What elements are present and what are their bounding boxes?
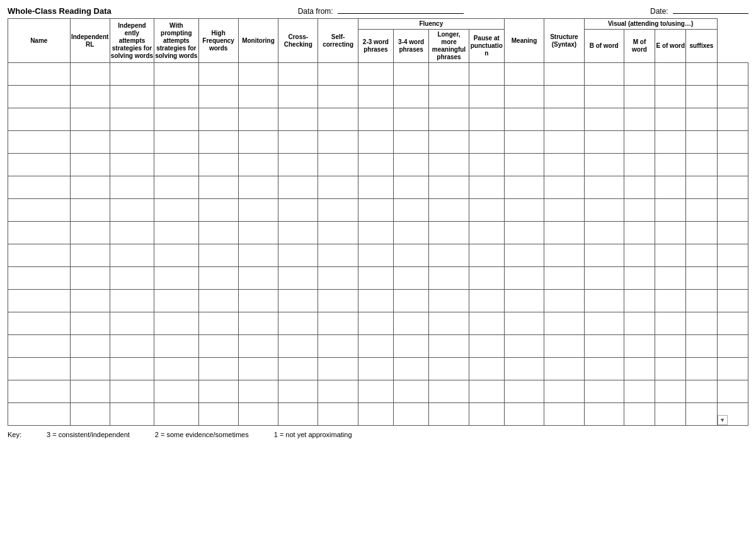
table-cell[interactable] (624, 199, 655, 222)
table-cell[interactable] (544, 176, 584, 199)
table-cell[interactable] (318, 358, 358, 380)
table-cell[interactable] (238, 312, 278, 335)
table-cell[interactable] (8, 380, 71, 403)
table-cell[interactable] (318, 290, 358, 312)
table-cell[interactable] (110, 267, 154, 290)
table-cell[interactable] (544, 358, 584, 380)
table-cell[interactable] (655, 154, 686, 176)
table-cell[interactable] (278, 267, 318, 290)
table-cell[interactable] (278, 108, 318, 131)
table-cell[interactable] (238, 199, 278, 222)
table-cell[interactable] (686, 86, 717, 108)
table-cell[interactable] (278, 290, 318, 312)
table-cell[interactable] (70, 222, 110, 244)
table-cell[interactable] (655, 199, 686, 222)
table-cell[interactable] (624, 403, 655, 426)
table-cell[interactable] (110, 108, 154, 131)
table-cell[interactable] (358, 154, 393, 176)
table-cell[interactable] (154, 380, 198, 403)
table-cell[interactable] (686, 199, 717, 222)
table-cell[interactable] (198, 380, 238, 403)
table-cell[interactable] (504, 312, 544, 335)
table-cell[interactable] (717, 86, 748, 108)
table-cell[interactable] (686, 244, 717, 267)
table-cell[interactable] (544, 290, 584, 312)
table-cell[interactable] (584, 131, 624, 154)
table-cell[interactable] (717, 176, 748, 199)
table-cell[interactable] (429, 290, 469, 312)
table-cell[interactable] (504, 63, 544, 86)
table-cell[interactable] (504, 244, 544, 267)
table-cell[interactable] (504, 108, 544, 131)
table-cell[interactable] (655, 86, 686, 108)
table-cell[interactable] (198, 312, 238, 335)
table-cell[interactable] (238, 290, 278, 312)
table-cell[interactable] (717, 222, 748, 244)
table-cell[interactable] (358, 244, 393, 267)
table-cell[interactable] (238, 244, 278, 267)
table-cell[interactable] (70, 267, 110, 290)
table-cell[interactable] (110, 176, 154, 199)
table-cell[interactable] (318, 63, 358, 86)
table-cell[interactable] (394, 403, 429, 426)
table-cell[interactable] (70, 403, 110, 426)
table-cell[interactable] (429, 358, 469, 380)
table-cell[interactable] (624, 176, 655, 199)
table-cell[interactable] (198, 222, 238, 244)
table-cell[interactable] (154, 244, 198, 267)
table-cell[interactable] (238, 222, 278, 244)
table-cell[interactable] (110, 63, 154, 86)
table-cell[interactable] (238, 86, 278, 108)
table-cell[interactable] (544, 199, 584, 222)
table-cell[interactable] (154, 335, 198, 358)
table-cell[interactable] (717, 244, 748, 267)
table-cell[interactable] (358, 199, 393, 222)
table-cell[interactable] (686, 131, 717, 154)
table-cell[interactable] (429, 267, 469, 290)
table-cell[interactable] (8, 131, 71, 154)
table-cell[interactable] (544, 403, 584, 426)
table-cell[interactable] (70, 290, 110, 312)
table-cell[interactable] (686, 335, 717, 358)
table-cell[interactable] (358, 403, 393, 426)
table-cell[interactable] (544, 312, 584, 335)
table-cell[interactable] (70, 380, 110, 403)
table-cell[interactable] (198, 176, 238, 199)
table-cell[interactable] (110, 244, 154, 267)
table-cell[interactable] (429, 131, 469, 154)
table-cell[interactable] (278, 403, 318, 426)
table-cell[interactable] (110, 403, 154, 426)
table-cell[interactable] (429, 222, 469, 244)
table-cell[interactable] (318, 108, 358, 131)
table-cell[interactable] (584, 335, 624, 358)
table-cell[interactable] (358, 222, 393, 244)
table-cell[interactable] (318, 154, 358, 176)
table-cell[interactable] (686, 222, 717, 244)
table-cell[interactable] (358, 131, 393, 154)
table-cell[interactable] (110, 335, 154, 358)
table-cell[interactable] (8, 222, 71, 244)
table-cell[interactable] (717, 358, 748, 380)
table-cell[interactable] (154, 267, 198, 290)
table-cell[interactable] (584, 403, 624, 426)
table-cell[interactable] (8, 154, 71, 176)
table-cell[interactable] (686, 108, 717, 131)
table-cell[interactable] (469, 63, 504, 86)
table-cell[interactable] (8, 86, 71, 108)
table-cell[interactable] (469, 86, 504, 108)
table-cell[interactable] (686, 290, 717, 312)
table-cell[interactable] (198, 244, 238, 267)
table-cell[interactable] (469, 199, 504, 222)
table-cell[interactable] (8, 358, 71, 380)
table-cell[interactable] (198, 290, 238, 312)
table-cell[interactable] (624, 63, 655, 86)
table-cell[interactable] (686, 267, 717, 290)
table-cell[interactable] (469, 358, 504, 380)
table-cell[interactable] (8, 335, 71, 358)
table-cell[interactable] (544, 380, 584, 403)
table-cell[interactable] (686, 358, 717, 380)
table-cell[interactable] (70, 86, 110, 108)
table-cell[interactable] (394, 154, 429, 176)
table-cell[interactable] (70, 335, 110, 358)
table-cell[interactable] (624, 335, 655, 358)
